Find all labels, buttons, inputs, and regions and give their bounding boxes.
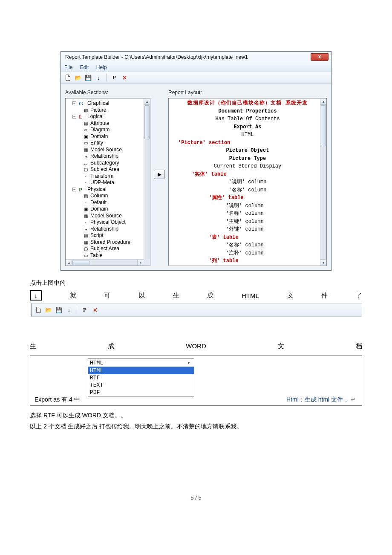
- domain-icon: ▣: [83, 134, 89, 139]
- layout-col-comment[interactable]: '注释' column: [170, 249, 325, 257]
- layout-table-table[interactable]: '表' table: [170, 234, 325, 242]
- new-icon[interactable]: [64, 74, 71, 81]
- tree-graphical[interactable]: Graphical: [87, 100, 109, 107]
- text: 就: [70, 292, 76, 300]
- dropdown-option-rtf[interactable]: RTF: [88, 374, 194, 382]
- tree-transform[interactable]: Transform: [90, 173, 113, 180]
- download-arrow-button[interactable]: ↓: [30, 290, 42, 301]
- dropdown-option-html[interactable]: HTML: [88, 367, 194, 374]
- tree-physical-object[interactable]: Physical Object: [90, 219, 126, 226]
- tree-diagram[interactable]: Diagram: [90, 127, 110, 133]
- layout-col-pk[interactable]: '主键' column: [170, 218, 325, 226]
- layout-col-table[interactable]: '列' table: [170, 257, 325, 265]
- tree-table[interactable]: Table: [90, 252, 103, 259]
- tree-domain[interactable]: Domain: [90, 133, 108, 140]
- instruction-click-icon: 点击上图中的: [30, 279, 362, 287]
- layout-col-name2[interactable]: '名称' column: [170, 210, 325, 218]
- layout-doc-props[interactable]: Document Properties: [170, 107, 325, 116]
- tree-subcategory[interactable]: Subcategory: [90, 160, 119, 167]
- layout-v-scrollbar[interactable]: ▴ ▾: [320, 98, 326, 266]
- domain-icon: ▣: [83, 207, 89, 212]
- stored-procedure-icon: ▦: [83, 240, 89, 245]
- menu-help[interactable]: Help: [96, 64, 107, 70]
- tree-model-source[interactable]: Model Source: [90, 147, 122, 153]
- scroll-thumb[interactable]: [144, 105, 150, 139]
- download-arrow-icon[interactable]: ↓: [66, 306, 72, 313]
- tree-relationship2[interactable]: Relationship: [90, 226, 118, 233]
- dropdown-option-text[interactable]: TEXT: [88, 382, 194, 389]
- save-icon[interactable]: 💾: [85, 74, 92, 81]
- menu-edit[interactable]: Edit: [80, 64, 89, 70]
- tree-entity[interactable]: Entity: [90, 140, 103, 147]
- scroll-up-icon[interactable]: ▴: [144, 98, 150, 105]
- expander-icon[interactable]: −: [72, 188, 76, 191]
- layout-picture-section[interactable]: 'Picture' section: [170, 139, 325, 147]
- layout-picture-type[interactable]: Picture Type: [170, 155, 325, 163]
- tree-picture[interactable]: Picture: [90, 107, 106, 114]
- tree-script[interactable]: Script: [90, 232, 104, 239]
- scroll-right-icon[interactable]: ▸: [137, 260, 144, 266]
- layout-html[interactable]: HTML: [170, 131, 325, 139]
- scroll-thumb[interactable]: [72, 260, 89, 265]
- save-icon[interactable]: 💾: [55, 306, 62, 313]
- layout-entity-table[interactable]: '实体' table: [170, 171, 325, 179]
- open-icon[interactable]: 📂: [75, 74, 81, 81]
- dropdown-list[interactable]: HTML RTF TEXT PDF: [88, 367, 194, 396]
- tree-relationship[interactable]: Relationship: [90, 153, 118, 160]
- tree-column[interactable]: Column: [90, 193, 108, 199]
- delete-x-icon[interactable]: ✕: [92, 306, 98, 313]
- tree-h-scrollbar[interactable]: ◂ ▸: [66, 259, 144, 266]
- new-icon[interactable]: [35, 306, 42, 313]
- tree-attribute[interactable]: Attribute: [90, 120, 110, 127]
- layout-col-name3[interactable]: '名称' column: [170, 241, 325, 249]
- tree-domain2[interactable]: Domain: [90, 206, 108, 213]
- menu-file[interactable]: File: [64, 64, 72, 70]
- layout-export-as[interactable]: Export As: [170, 123, 325, 131]
- layout-picture-object[interactable]: Picture Object: [170, 147, 325, 155]
- delete-x-icon[interactable]: ✕: [121, 74, 128, 81]
- chevron-down-icon[interactable]: ▾: [185, 359, 192, 366]
- p-icon[interactable]: P: [111, 74, 118, 81]
- tree-subject-area2[interactable]: Subject Area: [90, 246, 119, 252]
- scroll-down-icon[interactable]: ▾: [320, 259, 326, 266]
- layout-col-fk[interactable]: '外键' column: [170, 225, 325, 234]
- scroll-up-icon[interactable]: ▴: [320, 98, 326, 105]
- report-layout-panel[interactable]: 数据库设计（你们自己模块名称）文档 系统开发 Document Properti…: [168, 98, 327, 266]
- text: Html：生成 html 文件，: [286, 396, 349, 403]
- tree-v-scrollbar[interactable]: ▴ ▾: [144, 98, 150, 266]
- inline-sentence-row: ↓ 就 可 以 生 成 HTML 文 件 了: [30, 290, 362, 301]
- toolbar-strip: 📂 💾 ↓ P ✕: [30, 303, 362, 317]
- scroll-left-icon[interactable]: ◂: [66, 260, 72, 266]
- tree-physical[interactable]: Physical: [87, 186, 107, 193]
- scroll-thumb[interactable]: [321, 105, 326, 146]
- expander-icon[interactable]: −: [72, 115, 76, 119]
- tree-subject-area[interactable]: Subject Area: [90, 166, 119, 173]
- open-icon[interactable]: 📂: [45, 306, 52, 313]
- add-to-layout-button[interactable]: ▶: [154, 170, 165, 179]
- tree-stored-procedure[interactable]: Stored Procedure: [90, 239, 130, 246]
- layout-col-desc2[interactable]: '说明' column: [170, 202, 325, 210]
- layout-attr-table[interactable]: '属性' table: [170, 194, 325, 202]
- download-arrow-icon[interactable]: ↓: [95, 74, 102, 81]
- dropdown-field[interactable]: HTML ▾: [88, 358, 194, 367]
- tree-model-source2[interactable]: Model Source: [90, 213, 122, 220]
- layout-col-name[interactable]: '名称' column: [170, 186, 325, 194]
- export-as-dropdown[interactable]: HTML ▾ HTML RTF TEXT PDF: [88, 358, 194, 396]
- p-icon[interactable]: P: [81, 306, 88, 313]
- tree-logical[interactable]: Logical: [87, 113, 104, 120]
- layout-title[interactable]: 数据库设计（你们自己模块名称）文档 系统开发: [170, 99, 325, 107]
- tree-udp-meta[interactable]: UDP-Meta: [90, 179, 114, 186]
- expander-icon[interactable]: −: [72, 101, 76, 105]
- tree-default[interactable]: Default: [90, 199, 107, 206]
- page-number: 5 / 5: [30, 494, 362, 501]
- layout-has-toc[interactable]: Has Table Of Contents: [170, 115, 325, 123]
- layout-col-desc[interactable]: '说明' column: [170, 178, 325, 186]
- available-sections-tree[interactable]: −GGraphical ▨Picture −LLogical ▤Attribut…: [65, 98, 150, 266]
- dropdown-option-pdf[interactable]: PDF: [88, 389, 194, 396]
- relationship-icon: ↳: [83, 226, 89, 231]
- layout-current-stored[interactable]: Current Stored Display: [170, 162, 325, 171]
- export-as-left-text: Export as 有 4 中: [30, 396, 80, 405]
- return-icon: ↵: [351, 396, 356, 403]
- text: 成: [207, 292, 213, 300]
- close-button[interactable]: x: [311, 53, 329, 61]
